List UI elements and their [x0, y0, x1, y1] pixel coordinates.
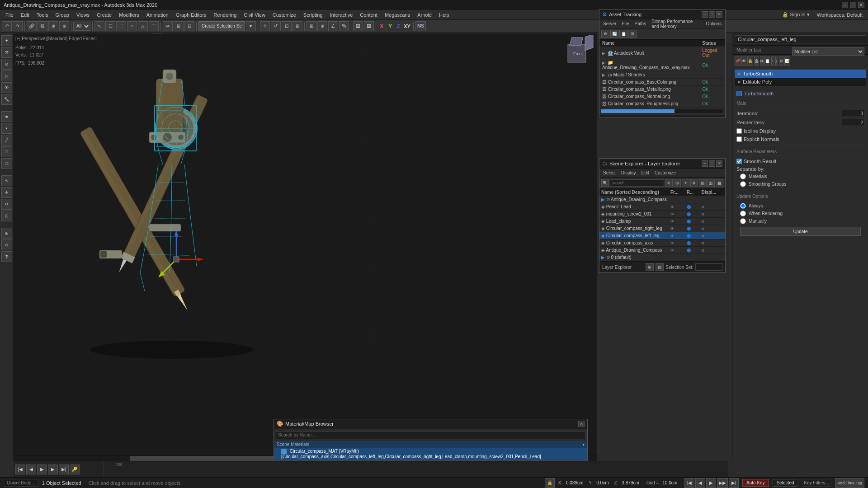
viewport-navigate3[interactable]: 🔭	[1, 251, 12, 262]
layer-footer-btn1[interactable]: ⊞	[646, 263, 654, 271]
asset-tb-3[interactable]: 📋	[619, 30, 627, 38]
asset-row-basecolor[interactable]: 🖼 Circular_compass_BaseColor.png Ok	[599, 79, 725, 86]
menu-megascans[interactable]: Megascans	[381, 11, 414, 19]
scale-gizmo-btn[interactable]: ⊡	[1, 211, 12, 221]
asset-row-maps[interactable]: ▶ 🗂 Maps / Shaders	[599, 71, 725, 79]
manually-radio[interactable]	[740, 218, 746, 224]
mirror-btn[interactable]: ⇔	[163, 21, 173, 31]
mod-show-btn[interactable]: 👁	[741, 56, 746, 66]
snap-btn[interactable]: ⊕	[317, 21, 327, 31]
menu-graph-editors[interactable]: Graph Editors	[172, 11, 210, 19]
minimize-button[interactable]: ─	[842, 2, 848, 8]
lasso-select-btn[interactable]: ⌒	[149, 21, 159, 31]
pb-next[interactable]: ▶|	[729, 478, 739, 488]
iterations-input[interactable]	[842, 110, 864, 117]
menu-arnold[interactable]: Arnold	[414, 11, 435, 19]
hierarchy-panel-btn[interactable]: ⊙	[1, 59, 12, 70]
update-button[interactable]: Update	[740, 227, 861, 236]
when-rendering-radio[interactable]	[740, 211, 746, 216]
anim-prev-frame[interactable]: ◀	[26, 465, 36, 474]
layer-row-4[interactable]: ◈ Circular_compass_right_leg 👁 🔵 ⚙	[599, 225, 725, 232]
grid-btn[interactable]: ⊞	[307, 21, 316, 31]
layer-col-disp[interactable]: Displ...	[699, 189, 725, 196]
menu-edit[interactable]: Edit	[17, 11, 33, 19]
smoothing-groups-radio[interactable]	[740, 181, 746, 187]
pb-prev[interactable]: ◀	[695, 478, 705, 488]
add-time-tag-btn[interactable]: Add Time Tag	[835, 478, 864, 488]
angle-snap-btn[interactable]: ∠	[328, 21, 338, 31]
edge-mode-btn[interactable]: ╱	[1, 135, 12, 145]
asset-minimize-btn[interactable]: ─	[702, 11, 708, 18]
mod-lock-btn[interactable]: 🔒	[747, 56, 753, 66]
key-filters-btn[interactable]: Key Filters...	[802, 479, 832, 487]
menu-file[interactable]: File	[2, 11, 17, 19]
create-panel-btn[interactable]: ✦	[1, 35, 12, 46]
polygon-mode-btn[interactable]: ■	[1, 111, 12, 122]
selection-set-input[interactable]	[695, 263, 722, 271]
layer-row-1[interactable]: ◈ Pencil_Lead 👁 🔵 ⚙	[599, 203, 725, 211]
mod-paste-btn[interactable]: 📋	[764, 56, 770, 66]
scene-tb-clear[interactable]: ✕	[665, 179, 673, 187]
layer-row-3[interactable]: ◈ Lead_clamp 👁 🔵 ⚙	[599, 218, 725, 225]
close-button[interactable]: ✕	[858, 2, 864, 8]
menu-help[interactable]: Help	[435, 11, 453, 19]
menu-group[interactable]: Group	[52, 11, 73, 19]
create-selection-btn[interactable]: Create Selection Se	[198, 21, 245, 31]
bind-btn[interactable]: ⊕	[48, 21, 58, 31]
percent-snap-btn[interactable]: %	[339, 21, 349, 31]
filter-select[interactable]: All	[73, 22, 90, 31]
menu-scripting[interactable]: Scripting	[300, 11, 326, 19]
mat-panel-header[interactable]: 🎨 Material/Map Browser ✕	[274, 419, 587, 429]
mat-item-0[interactable]: Circular_compass_MAT (VRayMtl) [Circular…	[274, 448, 587, 460]
scene-tb-add[interactable]: +	[682, 179, 689, 187]
modify-panel-btn[interactable]: ⚒	[1, 47, 12, 58]
layer-row-5-selected[interactable]: ◈ Circular_compass_left_leg 👁 🔵 ⚙	[599, 232, 725, 239]
asset-maximize-btn[interactable]: □	[709, 11, 715, 18]
move-btn[interactable]: ✛	[260, 21, 270, 31]
auto-key-btn[interactable]: Auto Key	[742, 479, 769, 487]
explicit-normals-checkbox[interactable]	[736, 136, 742, 142]
mat-close-btn[interactable]: ✕	[578, 421, 585, 427]
menu-rendering[interactable]: Rendering	[210, 11, 241, 19]
layer-row-7[interactable]: ◈ Antique_Drawing_Compass 👁 🔵 ⚙	[599, 247, 725, 254]
utilities-panel-btn[interactable]: 🔧	[1, 94, 12, 105]
mod-delete-btn[interactable]: 🗑	[754, 56, 759, 66]
asset-tb-2[interactable]: 🔄	[610, 30, 618, 38]
mat-search-input[interactable]	[276, 431, 585, 439]
menu-customize[interactable]: Customize	[269, 11, 300, 19]
lock-selection-btn[interactable]: 🔒	[545, 478, 555, 488]
align-btn[interactable]: ⊟	[184, 21, 194, 31]
layer-col-r[interactable]: R...	[685, 189, 700, 196]
asset-tb-1[interactable]: ⚙	[601, 30, 609, 38]
timeline[interactable]: 0 50 100 150 200 0 / 225	[14, 461, 728, 477]
scene-menu-display[interactable]: Display	[619, 169, 638, 176]
workspace-selector[interactable]: Workspaces: Default	[813, 11, 866, 19]
layer-row-0[interactable]: ▶ ⊙ Antique_Drawing_Compass	[599, 196, 725, 203]
render-frame-btn[interactable]: 🖼	[364, 21, 374, 31]
mod-down-btn[interactable]: ↓	[775, 56, 778, 66]
menu-civil-view[interactable]: Civil View	[240, 11, 269, 19]
scene-tb-col3[interactable]: ▦	[716, 179, 723, 187]
object-name-field[interactable]: Circular_compass_left_leg	[735, 35, 866, 43]
nav-cube[interactable]: Front	[559, 35, 595, 72]
ms-btn[interactable]: MS	[415, 21, 426, 31]
rect-select-btn[interactable]: ⬚	[116, 21, 126, 31]
motion-panel-btn[interactable]: ▷	[1, 70, 12, 81]
fence-select-btn[interactable]: △	[138, 21, 148, 31]
select-btn[interactable]: ↖	[94, 21, 104, 31]
scene-menu-edit[interactable]: Edit	[640, 169, 651, 176]
border-mode-btn[interactable]: □	[1, 146, 12, 157]
modifier-list-dropdown[interactable]: Modifier List	[792, 47, 864, 56]
layer-col-fr[interactable]: Fr...	[669, 189, 685, 196]
viewport-navigate1[interactable]: ⊞	[1, 228, 12, 239]
scene-tb-col2[interactable]: ▥	[708, 179, 715, 187]
scene-menu-customize[interactable]: Customize	[653, 169, 678, 176]
scale-btn[interactable]: ⊡	[282, 21, 292, 31]
rotate-btn[interactable]: ↺	[271, 21, 281, 31]
menu-interactive[interactable]: Interactive	[326, 11, 357, 19]
rotate-gizmo-btn[interactable]: ↺	[1, 199, 12, 210]
create-sel-arrow[interactable]: ▾	[246, 21, 256, 31]
isoline-checkbox[interactable]	[736, 128, 742, 134]
scene-tb-expand[interactable]: ⊞	[674, 179, 681, 187]
pb-play[interactable]: ▶	[706, 478, 716, 488]
